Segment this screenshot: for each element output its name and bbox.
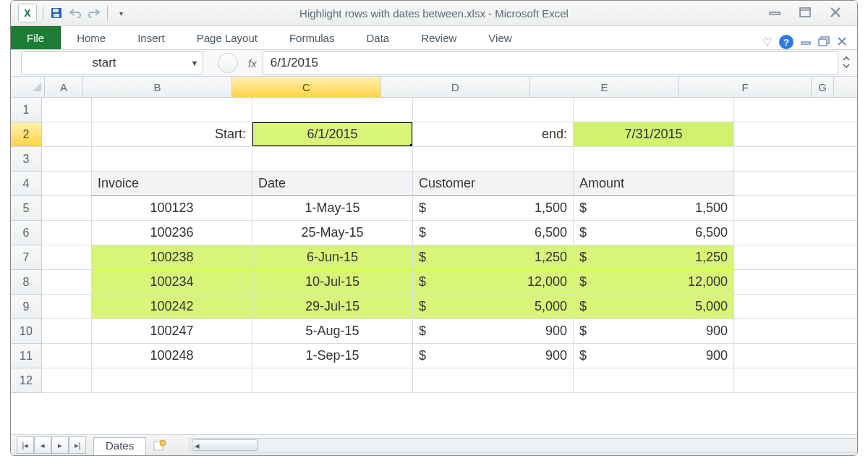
cell-invoice[interactable]: 100248 bbox=[92, 344, 252, 368]
redo-icon[interactable] bbox=[87, 6, 101, 20]
cell-date[interactable]: 1-Sep-15 bbox=[252, 344, 413, 368]
col-header-B[interactable]: B bbox=[83, 77, 232, 97]
row-header[interactable]: 11 bbox=[11, 344, 42, 368]
cell[interactable] bbox=[252, 368, 413, 393]
cell[interactable] bbox=[92, 98, 252, 122]
col-header-A[interactable]: A bbox=[45, 77, 83, 97]
maximize-icon[interactable] bbox=[798, 7, 812, 20]
cell-customer[interactable]: $900 bbox=[413, 319, 574, 344]
cell-end-date[interactable]: 7/31/2015 bbox=[574, 122, 734, 147]
tab-formulas[interactable]: Formulas bbox=[273, 26, 351, 49]
close-icon[interactable] bbox=[828, 7, 843, 20]
cell[interactable] bbox=[42, 172, 92, 196]
cell-end-label[interactable]: end: bbox=[413, 122, 574, 147]
cell[interactable] bbox=[413, 368, 574, 393]
col-header-D[interactable]: D bbox=[381, 77, 530, 97]
cell[interactable] bbox=[734, 196, 858, 221]
help-icon[interactable]: ? bbox=[779, 35, 793, 49]
cell[interactable] bbox=[734, 98, 858, 122]
cell[interactable] bbox=[42, 221, 92, 245]
cell-amount[interactable]: $5,000 bbox=[574, 295, 734, 319]
cell[interactable] bbox=[42, 295, 92, 319]
ribbon-close-icon[interactable] bbox=[837, 36, 847, 48]
sheet-nav-first-icon[interactable]: |◂ bbox=[17, 436, 34, 454]
cell-date[interactable]: 5-Aug-15 bbox=[252, 319, 413, 344]
formula-expand-icon[interactable] bbox=[838, 56, 854, 71]
cell-invoice[interactable]: 100234 bbox=[92, 270, 252, 295]
cell-amount[interactable]: $1,500 bbox=[574, 196, 734, 221]
cell-date[interactable]: 1-May-15 bbox=[252, 196, 413, 221]
ribbon-minimize-icon[interactable] bbox=[801, 37, 811, 48]
cell[interactable] bbox=[734, 147, 858, 172]
cell-amount[interactable]: $1,250 bbox=[574, 245, 734, 270]
fx-label[interactable]: fx bbox=[248, 57, 257, 69]
name-box[interactable]: start ▼ bbox=[21, 51, 203, 75]
row-header[interactable]: 2 bbox=[11, 122, 42, 147]
tab-insert[interactable]: Insert bbox=[122, 26, 181, 49]
cell[interactable] bbox=[92, 368, 252, 393]
cell[interactable] bbox=[574, 98, 734, 122]
cell-customer[interactable]: $1,500 bbox=[413, 196, 574, 221]
cell[interactable] bbox=[42, 196, 92, 221]
cell-amount[interactable]: $900 bbox=[574, 344, 734, 368]
cell[interactable] bbox=[734, 295, 858, 319]
undo-icon[interactable] bbox=[68, 6, 82, 20]
cell-start-label[interactable]: Start: bbox=[92, 122, 252, 147]
cell-grid[interactable]: 1 2 Start: 6/1/2015 bbox=[11, 98, 858, 434]
ribbon-options-icon[interactable]: ♡ bbox=[762, 35, 772, 48]
horizontal-scrollbar[interactable]: ◂ ▸ bbox=[190, 438, 858, 452]
cell-customer[interactable]: $900 bbox=[413, 344, 574, 368]
cell[interactable] bbox=[734, 344, 858, 368]
cell[interactable] bbox=[734, 270, 858, 295]
customize-qat-icon[interactable]: ▾ bbox=[114, 6, 128, 20]
cell-amount[interactable]: $12,000 bbox=[574, 270, 734, 295]
sheet-nav-next-icon[interactable]: ▸ bbox=[51, 436, 69, 454]
row-header[interactable]: 1 bbox=[11, 98, 42, 122]
new-sheet-icon[interactable] bbox=[152, 437, 168, 453]
cell-date[interactable]: 6-Jun-15 bbox=[252, 245, 413, 270]
table-header-date[interactable]: Date bbox=[252, 172, 413, 196]
tab-view[interactable]: View bbox=[472, 26, 527, 49]
cell[interactable] bbox=[42, 368, 92, 393]
cell[interactable] bbox=[413, 98, 574, 122]
cell-amount[interactable]: $6,500 bbox=[574, 221, 734, 245]
cell[interactable] bbox=[42, 122, 92, 147]
row-header[interactable]: 7 bbox=[11, 245, 42, 270]
cell[interactable] bbox=[734, 221, 858, 245]
tab-page-layout[interactable]: Page Layout bbox=[181, 26, 273, 49]
row-header[interactable]: 8 bbox=[11, 270, 42, 295]
ribbon-restore-icon[interactable] bbox=[818, 36, 830, 48]
scroll-left-icon[interactable]: ◂ bbox=[190, 439, 203, 452]
excel-logo-icon[interactable]: X bbox=[18, 4, 37, 22]
table-header-invoice[interactable]: Invoice bbox=[92, 172, 252, 196]
cell-date[interactable]: 10-Jul-15 bbox=[252, 270, 413, 295]
cell-date[interactable]: 29-Jul-15 bbox=[252, 295, 413, 319]
cell-customer[interactable]: $5,000 bbox=[413, 295, 574, 319]
cell[interactable] bbox=[92, 147, 252, 172]
cell[interactable] bbox=[42, 319, 92, 344]
col-header-F[interactable]: F bbox=[679, 77, 812, 97]
cell-start-date[interactable]: 6/1/2015 bbox=[252, 122, 413, 147]
row-header[interactable]: 6 bbox=[11, 221, 42, 245]
row-header[interactable]: 4 bbox=[11, 172, 42, 196]
cell-invoice[interactable]: 100247 bbox=[92, 319, 252, 344]
table-header-amount[interactable]: Amount bbox=[574, 172, 734, 196]
select-all-corner[interactable] bbox=[11, 77, 45, 97]
row-header[interactable]: 5 bbox=[11, 196, 42, 221]
cancel-formula-icon[interactable] bbox=[218, 53, 238, 73]
cell-invoice[interactable]: 100242 bbox=[92, 295, 252, 319]
cell[interactable] bbox=[734, 319, 858, 344]
cell[interactable] bbox=[574, 368, 734, 393]
cell-invoice[interactable]: 100236 bbox=[92, 221, 252, 245]
table-header-customer[interactable]: Customer bbox=[413, 172, 574, 196]
row-header[interactable]: 3 bbox=[11, 147, 42, 172]
col-header-E[interactable]: E bbox=[530, 77, 679, 97]
cell-date[interactable]: 25-May-15 bbox=[252, 221, 413, 245]
cell[interactable] bbox=[42, 98, 92, 122]
save-icon[interactable] bbox=[49, 6, 64, 20]
tab-home[interactable]: Home bbox=[61, 26, 122, 49]
cell-invoice[interactable]: 100123 bbox=[92, 196, 252, 221]
cell[interactable] bbox=[252, 147, 413, 172]
row-header[interactable]: 12 bbox=[11, 368, 42, 393]
row-header[interactable]: 9 bbox=[11, 295, 42, 319]
